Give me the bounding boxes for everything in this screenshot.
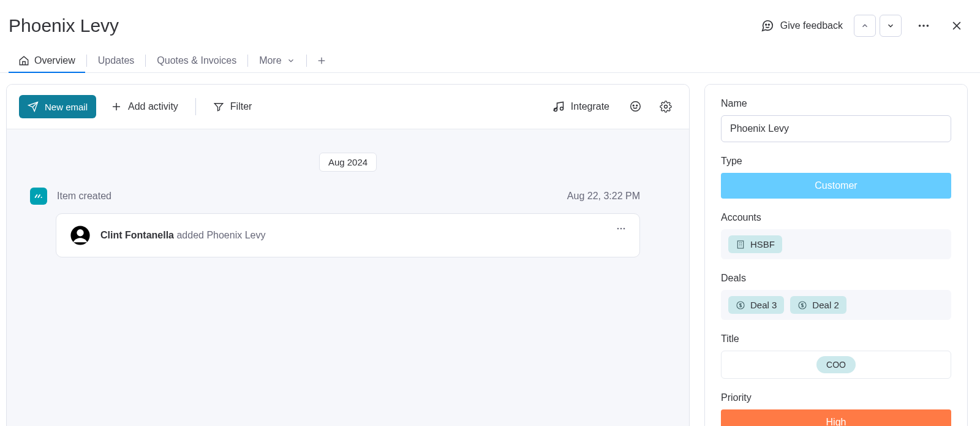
add-tab-button[interactable]	[312, 51, 331, 70]
type-label: Type	[721, 156, 951, 167]
chip-label: Deal 2	[812, 300, 839, 310]
name-input[interactable]	[721, 115, 951, 142]
deal-chip[interactable]: Deal 3	[728, 296, 784, 314]
filter-icon	[213, 101, 224, 112]
chevron-up-icon	[861, 21, 869, 30]
svg-point-12	[560, 107, 563, 110]
building-icon	[736, 240, 745, 249]
more-options-button[interactable]	[913, 15, 935, 37]
tab-bar: Overview Updates Quotes & Invoices More	[0, 49, 980, 73]
dollar-icon	[797, 300, 807, 310]
deal-chip[interactable]: Deal 2	[790, 296, 846, 314]
tab-label: Updates	[98, 55, 135, 66]
chip-label: HSBF	[750, 239, 775, 249]
timeline-event-card: Clint Fontanella added Phoenix Levy	[56, 213, 640, 257]
ai-chat-icon-button[interactable]	[624, 96, 646, 118]
chevron-down-icon	[287, 56, 295, 65]
svg-point-17	[41, 197, 42, 198]
dots-horizontal-icon	[615, 223, 627, 235]
tab-label: More	[259, 55, 281, 66]
svg-point-20	[617, 228, 619, 230]
event-actor: Clint Fontanella	[100, 230, 174, 240]
feedback-label: Give feedback	[780, 20, 843, 31]
tab-quotes-invoices[interactable]: Quotes & Invoices	[147, 49, 246, 72]
timeline-date-header: Aug 2024	[319, 153, 377, 172]
button-label: Add activity	[128, 101, 178, 112]
timeline-event-time: Aug 22, 3:22 PM	[567, 191, 640, 202]
title-chip: COO	[816, 356, 856, 373]
svg-point-16	[665, 105, 668, 108]
tab-separator	[145, 55, 146, 67]
svg-point-19	[77, 229, 83, 236]
priority-value[interactable]: High	[721, 409, 951, 426]
add-activity-button[interactable]: Add activity	[105, 95, 184, 118]
new-email-button[interactable]: New email	[19, 95, 96, 118]
button-label: New email	[45, 102, 88, 112]
plus-icon	[317, 56, 326, 66]
button-label: Integrate	[571, 101, 609, 112]
deals-label: Deals	[721, 273, 951, 284]
tab-separator	[247, 55, 248, 67]
gear-icon	[660, 101, 672, 113]
feedback-icon	[761, 19, 774, 32]
timeline-event-text: Clint Fontanella added Phoenix Levy	[100, 230, 265, 241]
svg-point-3	[922, 25, 925, 27]
home-icon	[18, 55, 29, 66]
svg-point-14	[633, 105, 634, 106]
name-label: Name	[721, 98, 951, 109]
chip-label: Deal 3	[750, 300, 777, 310]
deals-field[interactable]: Deal 3 Deal 2	[721, 290, 951, 320]
activity-toolbar: New email Add activity Filter Int	[7, 85, 689, 129]
activity-panel: New email Add activity Filter Int	[6, 84, 690, 426]
details-panel: Name Type Customer Accounts HSBF Deals	[704, 84, 968, 426]
svg-point-22	[624, 228, 625, 230]
event-action: added Phoenix Levy	[174, 230, 265, 240]
tab-label: Overview	[34, 55, 75, 66]
title-field[interactable]: COO	[721, 351, 951, 379]
timeline-event-label: Item created	[57, 191, 557, 202]
svg-rect-23	[737, 241, 743, 248]
tab-overview[interactable]: Overview	[9, 49, 85, 72]
tab-updates[interactable]: Updates	[88, 49, 145, 72]
monday-logo-icon	[30, 188, 47, 205]
integrate-icon	[552, 101, 565, 113]
plus-icon	[111, 101, 122, 112]
dots-horizontal-icon	[917, 19, 930, 32]
tab-separator	[86, 55, 87, 67]
timeline-event-header: Item created Aug 22, 3:22 PM	[30, 188, 640, 205]
page-title: Phoenix Levy	[9, 15, 119, 36]
accounts-field[interactable]: HSBF	[721, 229, 951, 259]
paper-plane-icon	[28, 101, 39, 112]
dollar-icon	[736, 300, 745, 310]
svg-point-15	[636, 105, 638, 106]
button-label: Filter	[230, 101, 252, 112]
chat-smile-icon	[628, 100, 642, 113]
close-button[interactable]	[946, 15, 968, 37]
svg-point-2	[919, 25, 921, 27]
type-value[interactable]: Customer	[721, 173, 951, 199]
svg-point-21	[620, 228, 622, 230]
filter-button[interactable]: Filter	[207, 95, 258, 118]
give-feedback-button[interactable]: Give feedback	[761, 19, 843, 32]
account-chip[interactable]: HSBF	[728, 235, 782, 253]
integrate-button[interactable]: Integrate	[546, 94, 616, 119]
chevron-down-icon	[886, 21, 895, 30]
toolbar-separator	[195, 98, 196, 115]
tab-label: Quotes & Invoices	[157, 55, 236, 66]
avatar	[70, 225, 91, 246]
svg-point-0	[766, 24, 767, 25]
tab-separator	[306, 55, 307, 67]
svg-point-1	[768, 24, 769, 25]
title-label: Title	[721, 333, 951, 344]
prev-item-button[interactable]	[854, 15, 876, 37]
priority-label: Priority	[721, 392, 951, 403]
settings-button[interactable]	[655, 96, 677, 118]
accounts-label: Accounts	[721, 212, 951, 223]
activity-timeline: Aug 2024 Item created Aug 22, 3:22 PM Cl…	[7, 129, 689, 426]
svg-point-4	[927, 25, 929, 27]
next-item-button[interactable]	[880, 15, 902, 37]
event-card-menu-button[interactable]	[615, 223, 627, 235]
tab-more[interactable]: More	[249, 49, 304, 72]
close-icon	[951, 20, 963, 32]
